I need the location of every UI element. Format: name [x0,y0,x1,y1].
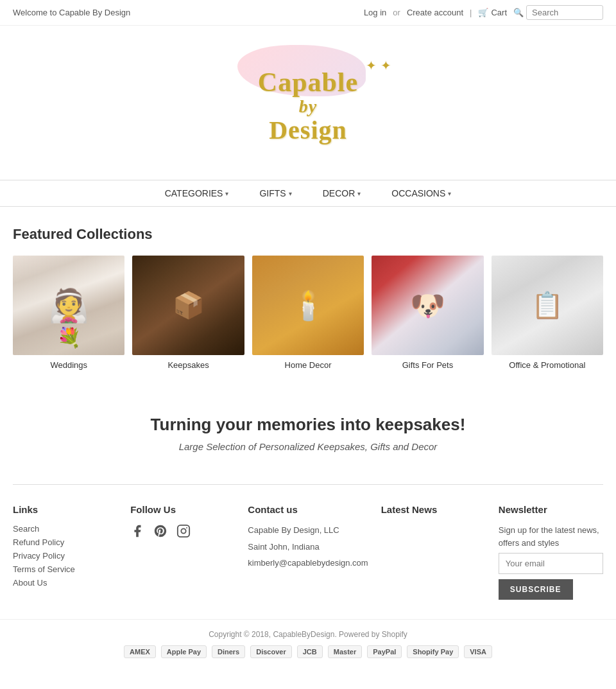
tagline-sub: Large Selection of Personalized Keepsake… [13,441,603,452]
instagram-icon[interactable] [176,524,192,539]
search-input[interactable] [526,5,603,20]
facebook-icon[interactable] [130,524,146,539]
nav-item-gifts[interactable]: GIFTS ▾ [244,180,307,206]
logo-container[interactable]: Capable by Design ✦ ✦ [218,45,398,167]
create-account-link[interactable]: Create account [407,8,463,17]
collection-label-office: Office & Promotional [492,360,603,370]
collection-label-home-decor: Home Decor [252,360,364,370]
nav-label-occasions: OCCASIONS [391,188,445,198]
footer-follow-title: Follow Us [130,504,235,515]
footer-newsletter-title: Newsletter [499,504,603,515]
footer-links-col: Links Search Refund Policy Privacy Polic… [13,504,117,600]
payment-discover: Discover [250,645,291,658]
footer-link-terms[interactable]: Terms of Service [13,564,117,574]
collection-label-weddings: Weddings [13,360,124,370]
top-bar-actions: Log in or Create account | 🛒 Cart 🔍 [364,5,603,20]
cart-link[interactable]: 🛒 Cart [478,8,507,17]
collection-label-gifts-pets: Gifts For Pets [372,360,483,370]
newsletter-email-input[interactable] [499,553,603,574]
cart-label: Cart [491,8,507,17]
collection-img-home-decor: 🕯️ [252,256,364,355]
collection-weddings[interactable]: 👰 Weddings [13,256,124,370]
collections-grid: 👰 Weddings 📦 Keepsakes 🕯️ Home Decor [13,256,603,370]
tagline-main: Turning your memories into keepsakes! [13,415,603,435]
collection-keepsakes[interactable]: 📦 Keepsakes [132,256,244,370]
svg-point-2 [186,527,187,528]
collection-img-keepsakes: 📦 [132,256,244,355]
search-area: 🔍 [513,5,603,20]
logo-line3: Design [258,116,358,144]
payment-jcb: JCB [297,645,323,658]
payment-icons: AMEX Apple Pay Diners Discover JCB Maste… [13,645,603,658]
footer-newsletter-col: Newsletter Sign up for the latest news, … [499,504,603,600]
payment-apple-pay: Apple Pay [161,645,207,658]
footer-link-refund[interactable]: Refund Policy [13,537,117,547]
search-icon: 🔍 [513,8,524,17]
payment-diners: Diners [212,645,245,658]
tagline-section: Turning your memories into keepsakes! La… [0,389,616,484]
featured-title: Featured Collections [13,226,603,243]
logo-text: Capable by Design [258,67,358,145]
contact-email: kimberly@capablebydesign.com [248,557,368,570]
footer-links-title: Links [13,504,117,515]
collection-office[interactable]: 📋 Office & Promotional [492,256,603,370]
payment-visa: VISA [464,645,492,658]
chevron-down-icon-occasions: ▾ [448,190,451,197]
login-link[interactable]: Log in [364,8,386,17]
newsletter-desc: Sign up for the latest news, offers and … [499,524,603,549]
payment-master: Master [328,645,362,658]
nav-item-decor[interactable]: DECOR ▾ [307,180,377,206]
footer-link-about[interactable]: About Us [13,578,117,588]
footer-link-privacy[interactable]: Privacy Policy [13,551,117,561]
nav-item-occasions[interactable]: OCCASIONS ▾ [376,180,466,206]
collection-img-weddings: 👰 [13,256,124,355]
nav-label-decor: DECOR [323,188,355,198]
subscribe-button[interactable]: SUBSCRIBE [499,579,573,600]
chevron-down-icon-gifts: ▾ [289,190,292,197]
footer-contact-col: Contact us Capable By Design, LLC Saint … [248,504,368,600]
footer-news-title: Latest News [381,504,486,515]
chevron-down-icon-decor: ▾ [357,190,361,197]
contact-company: Capable By Design, LLC [248,524,368,537]
nav-label-categories: CATEGORIES [165,188,223,198]
copyright-text: Copyright © 2018, CapableByDesign. Power… [13,630,603,639]
chevron-down-icon-categories: ▾ [225,190,228,197]
main-content: Featured Collections 👰 Weddings 📦 Keepsa… [0,207,616,389]
footer-news-col: Latest News [381,504,486,600]
footer: Links Search Refund Policy Privacy Polic… [0,485,616,619]
collection-gifts-pets[interactable]: 🐶 Gifts For Pets [372,256,483,370]
collection-home-decor[interactable]: 🕯️ Home Decor [252,256,364,370]
welcome-text: Welcome to Capable By Design [13,8,130,17]
cart-icon: 🛒 [478,8,488,17]
collection-img-office: 📋 [492,256,603,355]
pinterest-icon[interactable] [153,524,169,539]
top-bar: Welcome to Capable By Design Log in or C… [0,0,616,26]
contact-location: Saint John, Indiana [248,541,368,554]
nav-label-gifts: GIFTS [259,188,286,198]
main-nav: CATEGORIES ▾ GIFTS ▾ DECOR ▾ OCCASIONS ▾ [0,180,616,207]
payment-paypal: PayPal [367,645,402,658]
footer-link-search[interactable]: Search [13,524,117,534]
collection-img-gifts-pets: 🐶 [372,256,483,355]
payment-shopify: Shopify Pay [407,645,459,658]
payment-amex: AMEX [124,645,156,658]
bottom-footer: Copyright © 2018, CapableByDesign. Power… [0,619,616,668]
collection-label-keepsakes: Keepsakes [132,360,244,370]
social-icons [130,524,235,539]
logo-area: Capable by Design ✦ ✦ [0,26,616,180]
nav-item-categories[interactable]: CATEGORIES ▾ [150,180,244,206]
separator: or [393,8,400,17]
logo-sparkles: ✦ ✦ [366,58,391,73]
footer-follow-col: Follow Us [130,504,235,600]
logo-line2: by [258,97,358,117]
logo-line1: Capable [258,67,358,97]
svg-rect-0 [178,525,189,537]
cart-separator: | [470,8,472,17]
svg-point-1 [182,528,186,533]
footer-contact-title: Contact us [248,504,368,515]
